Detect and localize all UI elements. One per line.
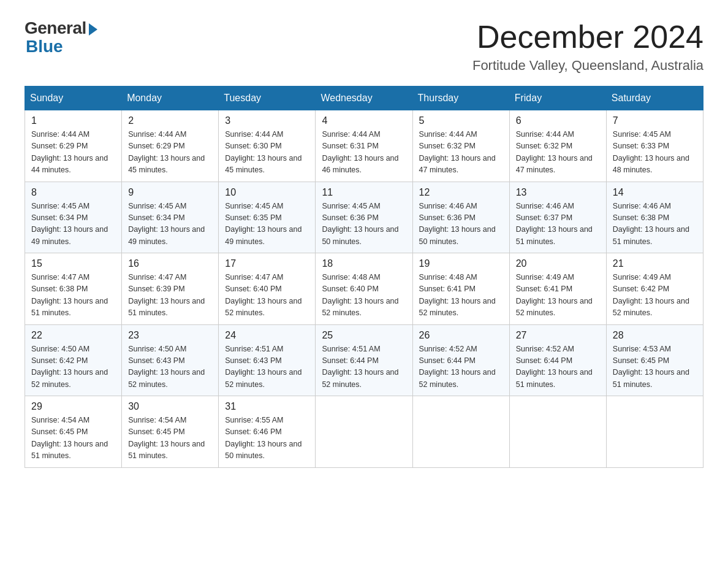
day-number: 6 xyxy=(516,115,600,126)
day-number: 8 xyxy=(31,187,115,198)
day-number: 27 xyxy=(516,330,600,341)
calendar-cell: 17Sunrise: 4:47 AMSunset: 6:40 PMDayligh… xyxy=(219,253,316,325)
day-info: Sunrise: 4:48 AMSunset: 6:41 PMDaylight:… xyxy=(419,272,503,320)
calendar-week-row: 22Sunrise: 4:50 AMSunset: 6:42 PMDayligh… xyxy=(25,324,703,396)
calendar-cell: 14Sunrise: 4:46 AMSunset: 6:38 PMDayligh… xyxy=(606,182,703,253)
day-info: Sunrise: 4:54 AMSunset: 6:45 PMDaylight:… xyxy=(128,415,212,462)
calendar-cell: 18Sunrise: 4:48 AMSunset: 6:40 PMDayligh… xyxy=(316,253,412,325)
day-number: 1 xyxy=(31,115,115,126)
day-number: 9 xyxy=(128,187,212,198)
day-number: 7 xyxy=(613,115,697,126)
day-info: Sunrise: 4:54 AMSunset: 6:45 PMDaylight:… xyxy=(31,415,115,462)
day-number: 18 xyxy=(322,258,406,269)
day-info: Sunrise: 4:46 AMSunset: 6:37 PMDaylight:… xyxy=(516,201,600,248)
day-info: Sunrise: 4:44 AMSunset: 6:29 PMDaylight:… xyxy=(128,129,212,177)
calendar-cell: 22Sunrise: 4:50 AMSunset: 6:42 PMDayligh… xyxy=(25,324,122,396)
calendar-cell: 15Sunrise: 4:47 AMSunset: 6:38 PMDayligh… xyxy=(25,253,122,325)
logo-blue-text: Blue xyxy=(26,37,63,56)
day-number: 16 xyxy=(128,258,212,269)
calendar-cell: 2Sunrise: 4:44 AMSunset: 6:29 PMDaylight… xyxy=(122,110,219,182)
day-number: 23 xyxy=(128,330,212,341)
day-info: Sunrise: 4:45 AMSunset: 6:36 PMDaylight:… xyxy=(322,201,406,248)
day-info: Sunrise: 4:52 AMSunset: 6:44 PMDaylight:… xyxy=(516,343,600,391)
day-number: 3 xyxy=(225,115,309,126)
calendar-cell: 8Sunrise: 4:45 AMSunset: 6:34 PMDaylight… xyxy=(25,182,122,253)
day-number: 17 xyxy=(225,258,309,269)
column-header-saturday: Saturday xyxy=(606,86,703,110)
day-info: Sunrise: 4:44 AMSunset: 6:31 PMDaylight:… xyxy=(322,129,406,177)
day-info: Sunrise: 4:52 AMSunset: 6:44 PMDaylight:… xyxy=(419,343,503,391)
day-number: 12 xyxy=(419,187,503,198)
day-info: Sunrise: 4:45 AMSunset: 6:35 PMDaylight:… xyxy=(225,201,309,248)
column-header-monday: Monday xyxy=(122,86,219,110)
calendar-cell: 24Sunrise: 4:51 AMSunset: 6:43 PMDayligh… xyxy=(219,324,316,396)
calendar-cell xyxy=(316,396,412,468)
column-header-tuesday: Tuesday xyxy=(219,86,316,110)
calendar-cell: 26Sunrise: 4:52 AMSunset: 6:44 PMDayligh… xyxy=(412,324,509,396)
day-info: Sunrise: 4:50 AMSunset: 6:43 PMDaylight:… xyxy=(128,343,212,391)
calendar-cell: 27Sunrise: 4:52 AMSunset: 6:44 PMDayligh… xyxy=(509,324,606,396)
calendar-cell: 20Sunrise: 4:49 AMSunset: 6:41 PMDayligh… xyxy=(509,253,606,325)
day-info: Sunrise: 4:49 AMSunset: 6:41 PMDaylight:… xyxy=(516,272,600,320)
calendar-header-row: SundayMondayTuesdayWednesdayThursdayFrid… xyxy=(25,86,703,110)
calendar-cell xyxy=(412,396,509,468)
calendar-cell: 16Sunrise: 4:47 AMSunset: 6:39 PMDayligh… xyxy=(122,253,219,325)
calendar-cell: 25Sunrise: 4:51 AMSunset: 6:44 PMDayligh… xyxy=(316,324,412,396)
calendar-cell xyxy=(606,396,703,468)
calendar-cell: 4Sunrise: 4:44 AMSunset: 6:31 PMDaylight… xyxy=(316,110,412,182)
day-info: Sunrise: 4:47 AMSunset: 6:38 PMDaylight:… xyxy=(31,272,115,320)
day-info: Sunrise: 4:49 AMSunset: 6:42 PMDaylight:… xyxy=(613,272,697,320)
day-info: Sunrise: 4:44 AMSunset: 6:30 PMDaylight:… xyxy=(225,129,309,177)
day-info: Sunrise: 4:48 AMSunset: 6:40 PMDaylight:… xyxy=(322,272,406,320)
day-info: Sunrise: 4:47 AMSunset: 6:40 PMDaylight:… xyxy=(225,272,309,320)
day-number: 20 xyxy=(516,258,600,269)
day-info: Sunrise: 4:55 AMSunset: 6:46 PMDaylight:… xyxy=(225,415,309,462)
day-number: 21 xyxy=(613,258,697,269)
day-number: 28 xyxy=(613,330,697,341)
calendar-cell xyxy=(509,396,606,468)
title-section: December 2024 Fortitude Valley, Queensla… xyxy=(472,18,703,74)
location-title: Fortitude Valley, Queensland, Australia xyxy=(472,58,703,74)
day-number: 10 xyxy=(225,187,309,198)
column-header-friday: Friday xyxy=(509,86,606,110)
calendar-week-row: 8Sunrise: 4:45 AMSunset: 6:34 PMDaylight… xyxy=(25,182,703,253)
day-number: 29 xyxy=(31,401,115,412)
day-info: Sunrise: 4:51 AMSunset: 6:44 PMDaylight:… xyxy=(322,343,406,391)
calendar-week-row: 1Sunrise: 4:44 AMSunset: 6:29 PMDaylight… xyxy=(25,110,703,182)
day-info: Sunrise: 4:45 AMSunset: 6:33 PMDaylight:… xyxy=(613,129,697,177)
day-info: Sunrise: 4:45 AMSunset: 6:34 PMDaylight:… xyxy=(31,201,115,248)
day-info: Sunrise: 4:46 AMSunset: 6:36 PMDaylight:… xyxy=(419,201,503,248)
calendar-cell: 6Sunrise: 4:44 AMSunset: 6:32 PMDaylight… xyxy=(509,110,606,182)
calendar-week-row: 29Sunrise: 4:54 AMSunset: 6:45 PMDayligh… xyxy=(25,396,703,468)
calendar-week-row: 15Sunrise: 4:47 AMSunset: 6:38 PMDayligh… xyxy=(25,253,703,325)
day-info: Sunrise: 4:53 AMSunset: 6:45 PMDaylight:… xyxy=(613,343,697,391)
day-info: Sunrise: 4:46 AMSunset: 6:38 PMDaylight:… xyxy=(613,201,697,248)
calendar-cell: 31Sunrise: 4:55 AMSunset: 6:46 PMDayligh… xyxy=(219,396,316,468)
day-number: 19 xyxy=(419,258,503,269)
calendar-cell: 23Sunrise: 4:50 AMSunset: 6:43 PMDayligh… xyxy=(122,324,219,396)
day-number: 26 xyxy=(419,330,503,341)
day-number: 2 xyxy=(128,115,212,126)
day-number: 5 xyxy=(419,115,503,126)
day-number: 11 xyxy=(322,187,406,198)
day-info: Sunrise: 4:44 AMSunset: 6:29 PMDaylight:… xyxy=(31,129,115,177)
day-number: 15 xyxy=(31,258,115,269)
calendar-cell: 1Sunrise: 4:44 AMSunset: 6:29 PMDaylight… xyxy=(25,110,122,182)
day-info: Sunrise: 4:51 AMSunset: 6:43 PMDaylight:… xyxy=(225,343,309,391)
logo: General Blue xyxy=(25,18,97,56)
page-header: General Blue December 2024 Fortitude Val… xyxy=(25,18,703,74)
day-number: 31 xyxy=(225,401,309,412)
calendar-cell: 7Sunrise: 4:45 AMSunset: 6:33 PMDaylight… xyxy=(606,110,703,182)
calendar-cell: 19Sunrise: 4:48 AMSunset: 6:41 PMDayligh… xyxy=(412,253,509,325)
day-number: 14 xyxy=(613,187,697,198)
calendar-cell: 30Sunrise: 4:54 AMSunset: 6:45 PMDayligh… xyxy=(122,396,219,468)
day-number: 25 xyxy=(322,330,406,341)
day-info: Sunrise: 4:44 AMSunset: 6:32 PMDaylight:… xyxy=(419,129,503,177)
calendar-cell: 9Sunrise: 4:45 AMSunset: 6:34 PMDaylight… xyxy=(122,182,219,253)
day-info: Sunrise: 4:47 AMSunset: 6:39 PMDaylight:… xyxy=(128,272,212,320)
logo-arrow-icon xyxy=(89,23,97,36)
day-info: Sunrise: 4:44 AMSunset: 6:32 PMDaylight:… xyxy=(516,129,600,177)
day-info: Sunrise: 4:45 AMSunset: 6:34 PMDaylight:… xyxy=(128,201,212,248)
day-number: 13 xyxy=(516,187,600,198)
calendar-cell: 29Sunrise: 4:54 AMSunset: 6:45 PMDayligh… xyxy=(25,396,122,468)
